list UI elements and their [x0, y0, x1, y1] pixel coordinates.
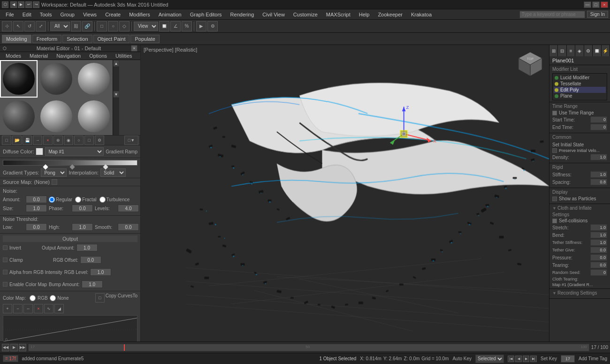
curve-x-btn[interactable]: × [34, 304, 43, 313]
rgb-level-input[interactable] [90, 268, 111, 276]
mat-sphere-2[interactable] [38, 60, 75, 98]
nav-cube[interactable]: TOP [516, 50, 544, 78]
menu-views[interactable]: Views [79, 11, 100, 18]
menu-customize[interactable]: Customize [290, 11, 321, 18]
spacing-input[interactable] [590, 179, 607, 185]
mat-type-selector[interactable]: □▼ [124, 136, 138, 145]
noise-amount-input[interactable] [26, 196, 47, 203]
bend-input[interactable] [590, 232, 607, 238]
noise-levels-input[interactable] [118, 205, 139, 212]
mat-tab-utilities[interactable]: Utilities [112, 52, 136, 60]
curve-graph[interactable]: 0 [3, 315, 137, 343]
enable-check[interactable] [3, 282, 8, 287]
menu-krakatoa[interactable]: Krakatoa [407, 11, 435, 18]
mat-sphere-5[interactable] [38, 98, 75, 135]
curve-del-btn[interactable]: − [13, 304, 23, 313]
timeline-prev[interactable]: ◀◀ [2, 344, 9, 351]
tether-stiffness-input[interactable] [590, 239, 607, 246]
viewport[interactable]: [Perspective] [Realistic] TOP [141, 45, 549, 345]
noise-phase-input[interactable] [72, 205, 93, 212]
mat-box-btn[interactable]: □ [84, 136, 94, 145]
play-back-btn[interactable]: ◀ [515, 356, 522, 362]
mat-options[interactable]: ⚙ [95, 136, 104, 145]
mod-entry-tessellate[interactable]: Tessellate [554, 81, 606, 87]
tearing-input[interactable] [590, 262, 607, 268]
mat-new[interactable]: □ [2, 136, 11, 145]
back-btn[interactable]: ↩ [25, 1, 32, 8]
mat-sphere-6[interactable] [75, 98, 113, 135]
mod-entry-plane[interactable]: Plane [554, 93, 606, 99]
self-collisions-check[interactable] [552, 219, 557, 223]
mode-populate[interactable]: Populate [130, 35, 159, 43]
redo-btn[interactable]: ▶ [18, 1, 24, 8]
alpha-check[interactable] [3, 270, 8, 274]
preserve-initial-check[interactable] [552, 148, 557, 153]
noise-smooth-input[interactable] [118, 223, 139, 231]
stretch-input[interactable] [590, 224, 607, 231]
select-tool[interactable]: ⊹ [2, 21, 12, 31]
clamp-check[interactable] [3, 258, 8, 262]
fence-select[interactable]: ◇ [119, 21, 130, 31]
end-time-input[interactable] [590, 124, 607, 130]
menu-zookeeper[interactable]: Zookeeper [374, 11, 406, 18]
pressure-input[interactable] [590, 254, 607, 261]
mode-modeling[interactable]: Modeling [2, 35, 31, 43]
mat-editor-close-btn[interactable]: × [131, 45, 137, 52]
minimize-btn[interactable]: — [584, 1, 591, 8]
add-time-tag[interactable]: Add Time Tag [579, 356, 607, 361]
scroll-down-btn[interactable]: ▼ [113, 91, 119, 98]
menu-civil-view[interactable]: Civil View [259, 11, 288, 18]
bump-amount-input[interactable] [82, 281, 103, 288]
play-fwd-btn[interactable]: ▶ [523, 356, 529, 362]
mod-entry-editpoly[interactable]: Edit Poly [554, 87, 606, 93]
menu-rendering[interactable]: Rendering [227, 11, 258, 18]
props-icon-3[interactable]: ≡ [567, 45, 575, 56]
mat-tab-navigation[interactable]: Navigation [53, 52, 84, 60]
scroll-up-btn[interactable]: ▲ [113, 60, 119, 67]
curve-add-btn[interactable]: + [3, 304, 12, 313]
mod-entry-lucid[interactable]: Lucid Modifier [554, 75, 606, 81]
menu-graph-editors[interactable]: Graph Editors [186, 11, 226, 18]
random-seed-input[interactable] [590, 269, 607, 276]
menu-help[interactable]: Help [355, 11, 374, 18]
search-input[interactable] [519, 11, 585, 18]
mat-assign[interactable]: → [33, 136, 42, 145]
props-icon-1[interactable]: ⊞ [549, 45, 558, 56]
tether-give-input[interactable] [590, 247, 607, 253]
mat-sphere-3[interactable] [75, 60, 113, 98]
gradient-preview[interactable] [3, 160, 137, 166]
mode-selection[interactable]: Selection [62, 35, 92, 43]
noise-high-input[interactable] [72, 223, 93, 231]
mat-sphere-1[interactable] [0, 60, 38, 98]
set-initial-btn[interactable]: Set Initial State [552, 141, 607, 148]
diffuse-map-dropdown[interactable]: Map #1 [45, 147, 104, 156]
noise-low-input[interactable] [26, 223, 47, 231]
invert-check[interactable] [3, 245, 8, 250]
menu-file[interactable]: File [2, 11, 18, 18]
props-icon-6[interactable]: 🔲 [593, 45, 601, 56]
menu-tools[interactable]: Tools [36, 11, 56, 18]
mat-tab-options[interactable]: Options [85, 52, 111, 60]
view-dropdown[interactable]: View [134, 22, 158, 31]
link-tool[interactable]: ⛓ [71, 21, 81, 31]
props-icon-5[interactable]: ⚙ [584, 45, 593, 56]
menu-maxscript[interactable]: MAXScript [322, 11, 354, 18]
menu-edit[interactable]: Edit [19, 11, 35, 18]
mat-x[interactable]: × [43, 136, 53, 145]
noise-fractal[interactable]: Fractal [75, 197, 97, 203]
mat-pick[interactable]: ⊕ [53, 136, 63, 145]
mat-tab-material[interactable]: Material [26, 52, 52, 60]
snap-tool[interactable]: 🔲 [159, 21, 169, 31]
props-icon-7[interactable]: ⚡ [602, 45, 610, 56]
mat-save[interactable]: 💾 [23, 136, 32, 145]
sign-in-btn[interactable]: Sign In [587, 11, 608, 18]
source-map-check[interactable] [52, 179, 57, 185]
rgb-offset-input[interactable] [80, 256, 101, 264]
stiffness-input[interactable] [590, 171, 607, 178]
mat-sphere-4[interactable] [0, 98, 38, 135]
rotate-tool[interactable]: ↺ [24, 21, 35, 31]
start-time-input[interactable] [590, 116, 607, 123]
maximize-btn[interactable]: □ [592, 1, 600, 8]
density-input[interactable] [590, 154, 607, 160]
play-next-btn[interactable]: ▶| [530, 356, 537, 362]
